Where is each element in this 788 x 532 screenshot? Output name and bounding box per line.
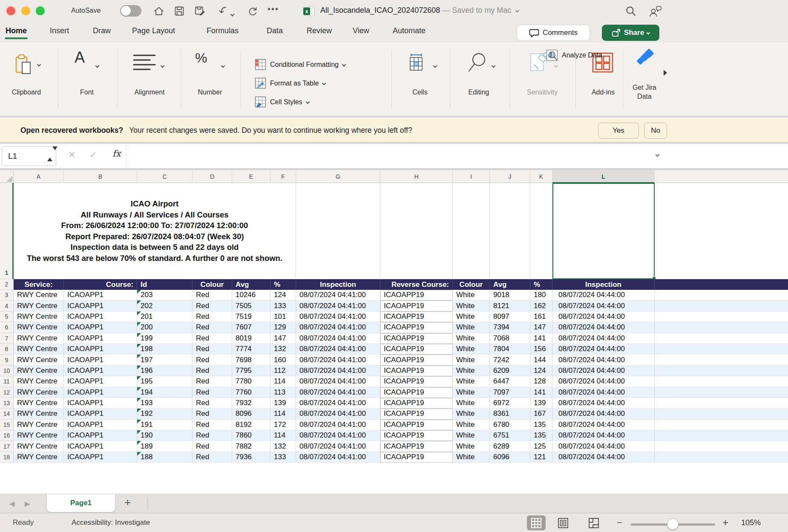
cell-I11[interactable]: White (453, 376, 490, 387)
cell-J17[interactable]: 6289 (490, 441, 530, 452)
cell-C3[interactable]: 203 (137, 290, 193, 300)
cell-I1[interactable] (453, 183, 490, 279)
cell-C12[interactable]: 194 (137, 387, 193, 398)
save-icon[interactable] (174, 6, 185, 17)
cell-D17[interactable]: Red (193, 441, 232, 452)
autosave-toggle[interactable] (120, 5, 141, 17)
cell-K17[interactable]: 125 (530, 441, 552, 452)
accessibility-status[interactable]: Accessibility: Investigate (72, 518, 150, 527)
cell-G8[interactable]: 08/07/2024 04:41:00 (296, 344, 380, 355)
row-header-9[interactable]: 9 (0, 355, 14, 365)
table-header-H[interactable]: Reverse Course: (380, 279, 453, 290)
cell-G7[interactable]: 08/07/2024 04:41:00 (296, 333, 380, 344)
menu-tab-formulas[interactable]: Formulas (207, 26, 239, 35)
cells-button[interactable] (406, 52, 427, 73)
cell-E14[interactable]: 8096 (232, 409, 270, 419)
cell-F4[interactable]: 133 (270, 300, 296, 311)
cells-dropdown-icon[interactable] (434, 62, 437, 69)
add-sheet-icon[interactable]: + (124, 496, 131, 509)
cell-H5[interactable]: ICAOAPP19 (380, 312, 453, 322)
cell-E4[interactable]: 7505 (232, 300, 270, 311)
cell-D7[interactable]: Red (193, 333, 232, 344)
cell-J13[interactable]: 6972 (490, 398, 530, 409)
cell-C9[interactable]: 197 (137, 355, 193, 365)
cell-H1[interactable] (380, 183, 453, 279)
cell-J8[interactable]: 7804 (490, 344, 530, 355)
cell-L16[interactable]: 08/07/2024 04:44:00 (552, 430, 655, 441)
cell-E18[interactable]: 7936 (232, 452, 270, 463)
cell-F7[interactable]: 147 (270, 333, 296, 344)
cell-J12[interactable]: 7097 (490, 387, 530, 398)
column-header-D[interactable]: D (193, 170, 232, 183)
report-title-block[interactable]: ICAO AirportAll Runways / All Services /… (14, 183, 296, 279)
cell-K8[interactable]: 156 (530, 344, 552, 355)
zoom-in-icon[interactable]: + (722, 517, 728, 529)
editing-dropdown-icon[interactable] (492, 62, 495, 69)
cell-D8[interactable]: Red (193, 344, 232, 355)
cell-C10[interactable]: 196 (137, 366, 193, 376)
cell-J9[interactable]: 7242 (490, 355, 530, 365)
cell-E16[interactable]: 7860 (232, 430, 270, 441)
cell-G1[interactable] (296, 183, 380, 279)
cell-E12[interactable]: 7760 (232, 387, 270, 398)
cell-D3[interactable]: Red (193, 290, 232, 300)
row-header-7[interactable]: 7 (0, 333, 14, 344)
cell-E5[interactable]: 7519 (232, 312, 270, 322)
cell-D6[interactable]: Red (193, 322, 232, 333)
cell-D18[interactable]: Red (193, 452, 232, 463)
cell-A14[interactable]: RWY Centre (14, 409, 64, 419)
cell-G11[interactable]: 08/07/2024 04:41:00 (296, 376, 380, 387)
cell-K16[interactable]: 135 (530, 430, 552, 441)
cell-I10[interactable]: White (453, 366, 490, 376)
cell-I7[interactable]: White (453, 333, 490, 344)
cell-L18[interactable]: 08/07/2024 04:44:00 (552, 452, 655, 463)
cell-F6[interactable]: 129 (270, 322, 296, 333)
row-header-4[interactable]: 4 (0, 300, 14, 311)
table-header-K[interactable]: % (530, 279, 552, 290)
cell-K1[interactable] (530, 183, 552, 279)
share-button[interactable]: Share (602, 25, 659, 41)
cell-L9[interactable]: 08/07/2024 04:44:00 (552, 355, 655, 365)
cell-K5[interactable]: 161 (530, 312, 552, 322)
cell-J4[interactable]: 8121 (490, 300, 530, 311)
cancel-entry-icon[interactable]: ✕ (68, 150, 76, 160)
formula-input[interactable] (126, 146, 652, 167)
cell-H3[interactable]: ICAOAPP19 (380, 290, 453, 300)
cell-L10[interactable]: 08/07/2024 04:44:00 (552, 366, 655, 376)
cell-G15[interactable]: 08/07/2024 04:41:00 (296, 420, 380, 430)
cell-B4[interactable]: ICAOAPP1 (64, 300, 137, 311)
cell-E11[interactable]: 7780 (232, 376, 270, 387)
cell-H6[interactable]: ICAOAPP19 (380, 322, 453, 333)
row-header-10[interactable]: 10 (0, 366, 14, 376)
cell-F15[interactable]: 172 (270, 420, 296, 430)
cell-G10[interactable]: 08/07/2024 04:41:00 (296, 366, 380, 376)
search-icon[interactable] (625, 6, 637, 17)
cell-I6[interactable]: White (453, 322, 490, 333)
column-header-K[interactable]: K (530, 170, 552, 183)
formula-bar-expand-icon[interactable] (656, 153, 660, 157)
cell-B17[interactable]: ICAOAPP1 (64, 441, 137, 452)
redo-icon[interactable] (247, 6, 258, 17)
account-presence-icon[interactable] (648, 6, 662, 17)
yes-button[interactable]: Yes (598, 123, 639, 139)
column-header-I[interactable]: I (453, 170, 490, 183)
conditional-formatting-button[interactable]: Conditional Formatting (255, 59, 345, 70)
cell-B16[interactable]: ICAOAPP1 (64, 430, 137, 441)
cell-I17[interactable]: White (453, 441, 490, 452)
cell-A8[interactable]: RWY Centre (14, 344, 64, 355)
cell-F12[interactable]: 113 (270, 387, 296, 398)
cell-I12[interactable]: White (453, 387, 490, 398)
cell-H17[interactable]: ICAOAPP19 (380, 441, 453, 452)
cell-F16[interactable]: 114 (270, 430, 296, 441)
ribbon-expand-icon[interactable] (663, 69, 668, 77)
minimize-window-button[interactable] (21, 6, 30, 15)
cell-G17[interactable]: 08/07/2024 04:41:00 (296, 441, 380, 452)
table-header-I[interactable]: Colour (453, 279, 490, 290)
menu-tab-review[interactable]: Review (307, 26, 332, 35)
cell-L7[interactable]: 08/07/2024 04:44:00 (552, 333, 655, 344)
cell-F9[interactable]: 160 (270, 355, 296, 365)
cell-H10[interactable]: ICAOAPP19 (380, 366, 453, 376)
cell-H8[interactable]: ICAOAPP19 (380, 344, 453, 355)
name-box[interactable]: L1 (2, 146, 56, 166)
table-header-E[interactable]: Avg (232, 279, 270, 290)
